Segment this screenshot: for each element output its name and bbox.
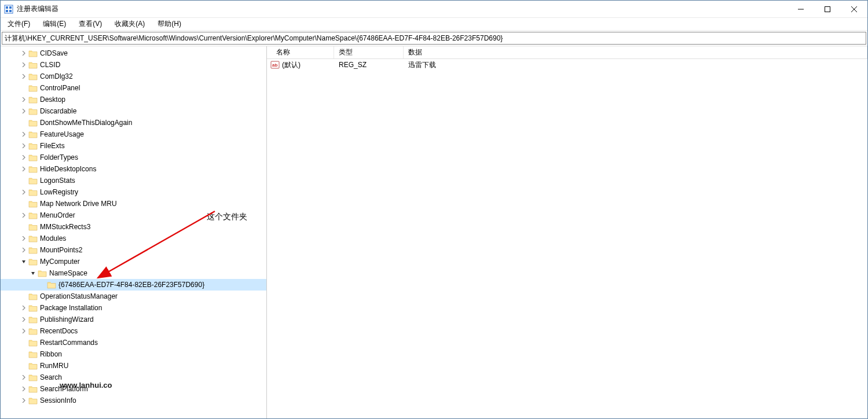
chevron-right-icon[interactable] [19,130,28,139]
chevron-down-icon[interactable] [19,257,28,266]
tree-item[interactable]: Map Network Drive MRU [1,198,266,210]
tree-item[interactable]: SearchPlatform [1,383,266,395]
chevron-right-icon[interactable] [19,95,28,104]
tree-item-label: FeatureUsage [40,130,84,138]
folder-icon [28,258,38,266]
tree-item-label: OperationStatusManager [40,292,118,300]
tree-item[interactable]: SessionInfo [1,395,266,406]
folder-icon [28,142,38,150]
expander-none [19,350,28,359]
tree-item[interactable]: CIDSave [1,47,266,59]
chevron-right-icon[interactable] [19,211,28,220]
expander-none [19,292,28,301]
folder-icon [28,61,38,69]
tree-item-label: ControlPanel [40,84,80,92]
chevron-right-icon[interactable] [19,373,28,382]
chevron-right-icon[interactable] [19,245,28,255]
chevron-right-icon[interactable] [19,60,28,69]
tree-item[interactable]: Desktop [1,94,266,105]
folder-icon [28,396,38,405]
tree-item[interactable]: {67486EAA-ED7F-4F84-82EB-26F23F57D690} [1,279,266,291]
tree-item[interactable]: CLSID [1,59,266,71]
folder-icon [38,269,47,277]
value-name: (默认) [282,60,301,70]
chevron-right-icon[interactable] [19,396,28,405]
folder-icon [28,84,38,92]
chevron-right-icon[interactable] [19,303,28,313]
folder-icon [28,315,38,324]
chevron-right-icon[interactable] [19,153,28,162]
chevron-right-icon[interactable] [19,72,28,81]
chevron-right-icon[interactable] [19,164,28,174]
chevron-right-icon[interactable] [19,188,28,197]
chevron-right-icon[interactable] [19,106,28,116]
tree-item[interactable]: MMStuckRects3 [1,221,266,233]
menu-view[interactable]: 查看(V) [76,18,104,30]
expander-none [19,176,28,185]
tree-item[interactable]: HideDesktopIcons [1,163,266,175]
tree-item[interactable]: FileExts [1,140,266,152]
chevron-right-icon[interactable] [19,315,28,324]
tree-item-label: RestartCommands [40,339,98,347]
tree-item-label: ComDlg32 [40,72,73,80]
chevron-right-icon[interactable] [19,384,28,394]
close-button[interactable] [841,1,867,17]
tree-item[interactable]: FeatureUsage [1,128,266,140]
menu-edit[interactable]: 编辑(E) [41,18,68,30]
column-data[interactable]: 数据 [404,46,867,58]
list-header: 名称 类型 数据 [267,46,867,59]
list-pane: 名称 类型 数据 (默认)REG_SZ迅雷下载 [267,46,867,418]
tree-item[interactable]: LogonStats [1,175,266,186]
folder-icon [28,234,38,242]
expander-none [38,280,47,289]
chevron-right-icon[interactable] [19,141,28,150]
chevron-right-icon[interactable] [19,49,28,58]
expander-none [19,199,28,208]
folder-icon [47,281,56,289]
folder-icon [28,130,38,138]
tree-item[interactable]: MountPoints2 [1,244,266,256]
tree-item[interactable]: Package Installation [1,302,266,314]
list-row[interactable]: (默认)REG_SZ迅雷下载 [267,59,867,71]
menu-help[interactable]: 帮助(H) [155,18,184,30]
tree-item-label: Search [40,373,62,381]
tree-item[interactable]: Modules [1,233,266,244]
tree-item[interactable]: Ribbon [1,348,266,360]
tree-item[interactable]: LowRegistry [1,186,266,198]
menu-file[interactable]: 文件(F) [5,18,32,30]
svg-rect-3 [6,10,8,12]
tree-item[interactable]: FolderTypes [1,152,266,163]
svg-rect-6 [825,6,830,12]
tree-item[interactable]: RunMRU [1,360,266,372]
folder-icon [28,304,38,312]
annotation-text: 这个文件夹 [207,212,247,222]
menu-favorites[interactable]: 收藏夹(A) [112,18,147,30]
column-type[interactable]: 类型 [334,46,404,58]
tree-item[interactable]: NameSpace [1,267,266,279]
chevron-right-icon[interactable] [19,326,28,336]
tree-item[interactable]: OperationStatusManager [1,291,266,302]
tree-item-label: RecentDocs [40,327,78,335]
tree-item[interactable]: ComDlg32 [1,71,266,82]
tree-item[interactable]: DontShowMeThisDialogAgain [1,117,266,128]
window-controls [788,1,867,17]
chevron-right-icon[interactable] [19,234,28,243]
maximize-button[interactable] [814,1,841,17]
tree-item-label: SearchPlatform [40,385,88,393]
tree-item-label: LowRegistry [40,188,78,196]
tree-item[interactable]: MyComputer [1,256,266,267]
tree-pane[interactable]: CIDSaveCLSIDComDlg32ControlPanelDesktopD… [1,46,267,418]
chevron-down-icon[interactable] [28,269,38,278]
main-split: CIDSaveCLSIDComDlg32ControlPanelDesktopD… [1,46,867,418]
tree-item[interactable]: Search [1,372,266,383]
minimize-button[interactable] [788,1,814,17]
tree-item[interactable]: PublishingWizard [1,314,266,325]
tree-item[interactable]: RestartCommands [1,337,266,348]
tree-item[interactable]: ControlPanel [1,82,266,94]
tree-item[interactable]: Discardable [1,105,266,117]
folder-icon [28,362,38,370]
expander-none [19,83,28,93]
column-name[interactable]: 名称 [267,46,334,58]
address-bar[interactable]: 计算机\HKEY_CURRENT_USER\Software\Microsoft… [2,32,866,45]
tree-item[interactable]: RecentDocs [1,325,266,337]
